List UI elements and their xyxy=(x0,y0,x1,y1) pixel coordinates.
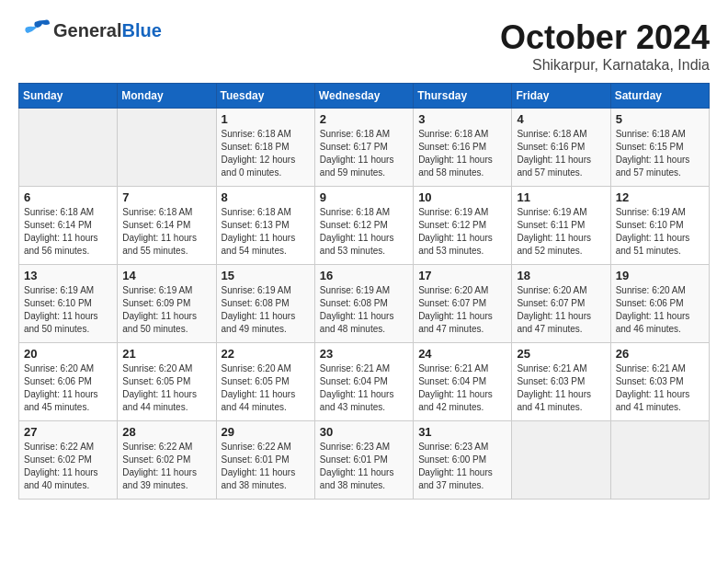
day-info: Sunrise: 6:20 AM Sunset: 6:07 PM Dayligh… xyxy=(418,284,506,336)
calendar-cell: 27Sunrise: 6:22 AM Sunset: 6:02 PM Dayli… xyxy=(19,421,118,500)
calendar-cell: 24Sunrise: 6:21 AM Sunset: 6:04 PM Dayli… xyxy=(414,343,512,421)
day-info: Sunrise: 6:21 AM Sunset: 6:04 PM Dayligh… xyxy=(320,362,408,414)
calendar-cell xyxy=(19,109,118,187)
day-info: Sunrise: 6:19 AM Sunset: 6:12 PM Dayligh… xyxy=(418,206,506,258)
day-number: 10 xyxy=(418,190,506,204)
calendar-week-row: 6Sunrise: 6:18 AM Sunset: 6:14 PM Daylig… xyxy=(19,187,710,265)
day-info: Sunrise: 6:18 AM Sunset: 6:14 PM Dayligh… xyxy=(24,206,112,258)
day-info: Sunrise: 6:18 AM Sunset: 6:16 PM Dayligh… xyxy=(418,128,506,179)
day-number: 28 xyxy=(122,425,210,439)
weekday-header: Saturday xyxy=(610,84,709,109)
calendar-cell: 19Sunrise: 6:20 AM Sunset: 6:06 PM Dayli… xyxy=(610,265,709,343)
page-header: GeneralBlue October 2024 Shikarpur, Karn… xyxy=(18,18,710,74)
calendar-cell: 12Sunrise: 6:19 AM Sunset: 6:10 PM Dayli… xyxy=(610,187,709,265)
calendar-cell: 10Sunrise: 6:19 AM Sunset: 6:12 PM Dayli… xyxy=(414,187,512,265)
day-number: 1 xyxy=(222,112,310,126)
calendar-week-row: 27Sunrise: 6:22 AM Sunset: 6:02 PM Dayli… xyxy=(19,421,710,500)
calendar-cell: 17Sunrise: 6:20 AM Sunset: 6:07 PM Dayli… xyxy=(414,265,512,343)
calendar-cell: 20Sunrise: 6:20 AM Sunset: 6:06 PM Dayli… xyxy=(19,343,118,421)
day-info: Sunrise: 6:20 AM Sunset: 6:05 PM Dayligh… xyxy=(222,362,310,414)
day-number: 7 xyxy=(122,190,210,204)
day-info: Sunrise: 6:18 AM Sunset: 6:16 PM Dayligh… xyxy=(517,128,605,179)
calendar-cell: 1Sunrise: 6:18 AM Sunset: 6:18 PM Daylig… xyxy=(216,109,314,187)
calendar-cell: 21Sunrise: 6:20 AM Sunset: 6:05 PM Dayli… xyxy=(118,343,216,421)
day-number: 17 xyxy=(418,269,506,282)
day-number: 5 xyxy=(616,112,704,126)
calendar-week-row: 1Sunrise: 6:18 AM Sunset: 6:18 PM Daylig… xyxy=(19,109,710,187)
calendar-cell: 8Sunrise: 6:18 AM Sunset: 6:13 PM Daylig… xyxy=(216,187,314,265)
day-number: 14 xyxy=(122,269,210,282)
weekday-header: Friday xyxy=(512,84,610,109)
day-info: Sunrise: 6:21 AM Sunset: 6:04 PM Dayligh… xyxy=(418,362,506,414)
day-number: 15 xyxy=(222,269,310,282)
logo-general: General xyxy=(53,20,121,40)
day-number: 19 xyxy=(616,269,704,282)
calendar-cell: 15Sunrise: 6:19 AM Sunset: 6:08 PM Dayli… xyxy=(216,265,314,343)
calendar-cell: 13Sunrise: 6:19 AM Sunset: 6:10 PM Dayli… xyxy=(19,265,118,343)
weekday-header: Wednesday xyxy=(314,84,413,109)
calendar-cell: 4Sunrise: 6:18 AM Sunset: 6:16 PM Daylig… xyxy=(512,109,610,187)
day-info: Sunrise: 6:21 AM Sunset: 6:03 PM Dayligh… xyxy=(517,362,605,414)
location-subtitle: Shikarpur, Karnataka, India xyxy=(500,57,710,74)
day-number: 12 xyxy=(616,190,704,204)
calendar-cell: 18Sunrise: 6:20 AM Sunset: 6:07 PM Dayli… xyxy=(512,265,610,343)
day-info: Sunrise: 6:20 AM Sunset: 6:06 PM Dayligh… xyxy=(24,362,112,414)
day-number: 3 xyxy=(418,112,506,126)
weekday-header: Thursday xyxy=(414,84,512,109)
day-number: 23 xyxy=(320,347,408,361)
day-info: Sunrise: 6:21 AM Sunset: 6:03 PM Dayligh… xyxy=(616,362,704,414)
calendar-cell: 2Sunrise: 6:18 AM Sunset: 6:17 PM Daylig… xyxy=(314,109,413,187)
day-number: 21 xyxy=(122,347,210,361)
day-info: Sunrise: 6:23 AM Sunset: 6:00 PM Dayligh… xyxy=(418,441,506,492)
day-info: Sunrise: 6:18 AM Sunset: 6:13 PM Dayligh… xyxy=(222,206,310,258)
calendar-cell xyxy=(610,421,709,500)
day-number: 26 xyxy=(616,347,704,361)
calendar-cell: 29Sunrise: 6:22 AM Sunset: 6:01 PM Dayli… xyxy=(216,421,314,500)
day-number: 2 xyxy=(320,112,408,126)
day-number: 6 xyxy=(24,190,112,204)
weekday-header: Sunday xyxy=(19,84,118,109)
day-number: 4 xyxy=(517,112,605,126)
day-number: 8 xyxy=(222,190,310,204)
day-number: 18 xyxy=(517,269,605,282)
day-number: 31 xyxy=(418,425,506,439)
day-number: 30 xyxy=(320,425,408,439)
calendar-cell: 31Sunrise: 6:23 AM Sunset: 6:00 PM Dayli… xyxy=(414,421,512,500)
calendar-table: SundayMondayTuesdayWednesdayThursdayFrid… xyxy=(18,83,710,500)
day-info: Sunrise: 6:22 AM Sunset: 6:02 PM Dayligh… xyxy=(24,441,112,492)
day-number: 20 xyxy=(24,347,112,361)
day-info: Sunrise: 6:20 AM Sunset: 6:06 PM Dayligh… xyxy=(616,284,704,336)
logo-bird-icon xyxy=(18,18,50,42)
weekday-header: Monday xyxy=(118,84,216,109)
day-number: 11 xyxy=(517,190,605,204)
logo-blue: Blue xyxy=(121,20,161,40)
day-number: 16 xyxy=(320,269,408,282)
day-info: Sunrise: 6:19 AM Sunset: 6:11 PM Dayligh… xyxy=(517,206,605,258)
calendar-week-row: 20Sunrise: 6:20 AM Sunset: 6:06 PM Dayli… xyxy=(19,343,710,421)
day-info: Sunrise: 6:18 AM Sunset: 6:12 PM Dayligh… xyxy=(320,206,408,258)
calendar-cell: 30Sunrise: 6:23 AM Sunset: 6:01 PM Dayli… xyxy=(314,421,413,500)
calendar-cell: 25Sunrise: 6:21 AM Sunset: 6:03 PM Dayli… xyxy=(512,343,610,421)
calendar-week-row: 13Sunrise: 6:19 AM Sunset: 6:10 PM Dayli… xyxy=(19,265,710,343)
weekday-row: SundayMondayTuesdayWednesdayThursdayFrid… xyxy=(19,84,710,109)
day-number: 13 xyxy=(24,269,112,282)
day-info: Sunrise: 6:19 AM Sunset: 6:10 PM Dayligh… xyxy=(24,284,112,336)
day-info: Sunrise: 6:19 AM Sunset: 6:08 PM Dayligh… xyxy=(222,284,310,336)
day-number: 27 xyxy=(24,425,112,439)
day-number: 9 xyxy=(320,190,408,204)
day-number: 24 xyxy=(418,347,506,361)
day-info: Sunrise: 6:19 AM Sunset: 6:10 PM Dayligh… xyxy=(616,206,704,258)
calendar-header: SundayMondayTuesdayWednesdayThursdayFrid… xyxy=(19,84,710,109)
calendar-cell: 26Sunrise: 6:21 AM Sunset: 6:03 PM Dayli… xyxy=(610,343,709,421)
day-info: Sunrise: 6:22 AM Sunset: 6:02 PM Dayligh… xyxy=(122,441,210,492)
day-info: Sunrise: 6:20 AM Sunset: 6:05 PM Dayligh… xyxy=(122,362,210,414)
day-number: 25 xyxy=(517,347,605,361)
day-info: Sunrise: 6:22 AM Sunset: 6:01 PM Dayligh… xyxy=(222,441,310,492)
month-title: October 2024 xyxy=(500,18,710,57)
calendar-cell: 9Sunrise: 6:18 AM Sunset: 6:12 PM Daylig… xyxy=(314,187,413,265)
day-info: Sunrise: 6:20 AM Sunset: 6:07 PM Dayligh… xyxy=(517,284,605,336)
weekday-header: Tuesday xyxy=(216,84,314,109)
calendar-cell xyxy=(512,421,610,500)
day-info: Sunrise: 6:19 AM Sunset: 6:09 PM Dayligh… xyxy=(122,284,210,336)
calendar-cell: 28Sunrise: 6:22 AM Sunset: 6:02 PM Dayli… xyxy=(118,421,216,500)
